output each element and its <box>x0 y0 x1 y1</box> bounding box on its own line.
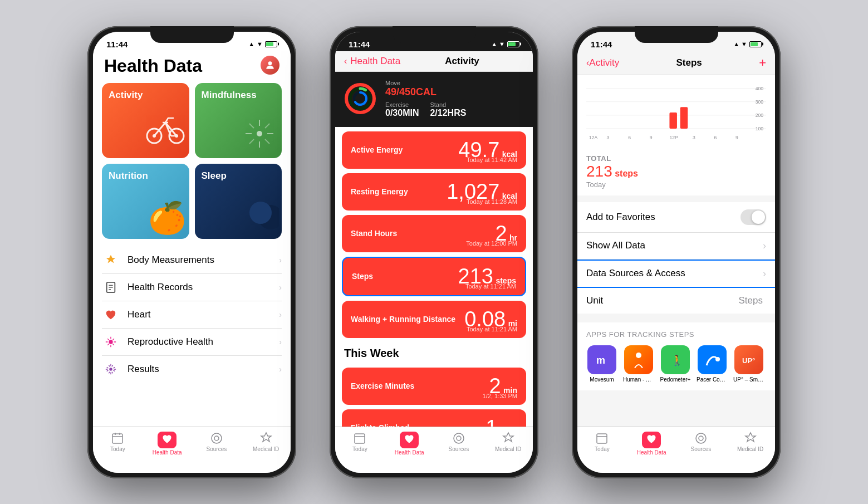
stand-label: Stand <box>430 101 466 108</box>
tab-sources-1[interactable]: Sources <box>192 432 242 452</box>
phone-steps: 11:44 ▲ ▼ ‹ Activity Steps + <box>572 26 781 478</box>
phone-activity: 11:44 ▲ ▼ ‹ Health Data Activity <box>330 26 538 478</box>
settings-show-all[interactable]: Show All Data › <box>577 233 775 260</box>
stat-flights[interactable]: Flights Climbed 1 floor 1/4, 5:52 PM <box>342 409 526 427</box>
results-icon <box>102 363 120 375</box>
tile-activity[interactable]: Activity <box>102 83 189 158</box>
steps-nav: ‹ Activity Steps + <box>577 51 775 75</box>
tab-sources-label-2: Sources <box>449 446 469 452</box>
svg-point-6 <box>257 131 262 136</box>
menu-list: Body Measurements › Health Rec <box>93 247 291 383</box>
stat-active-energy[interactable]: Active Energy 49.7 kcal Today at 11:42 A… <box>342 131 526 169</box>
stat-exercise-minutes[interactable]: Exercise Minutes 2 min 1/2, 1:33 PM <box>342 368 526 405</box>
svg-text:6: 6 <box>714 135 717 140</box>
tile-nutrition[interactable]: Nutrition 🍊 <box>102 164 189 239</box>
total-value-row: 213 steps <box>586 163 766 180</box>
battery-2 <box>507 41 519 47</box>
tab-health-data-1[interactable]: Health Data <box>143 432 192 456</box>
move-label: Move <box>385 80 524 86</box>
pacer-label: Pacer Coach for... <box>697 376 728 383</box>
tab-health-data-2[interactable]: Health Data <box>385 432 434 456</box>
pedometer-icon: 🚶 <box>661 345 690 374</box>
settings-favorites[interactable]: Add to Favorites <box>577 202 775 233</box>
stat-stand-hours[interactable]: Stand Hours 2 hr Today at 12:00 PM <box>342 215 526 252</box>
tab-sources-2[interactable]: Sources <box>434 432 484 452</box>
ring-container <box>344 82 376 115</box>
total-label: TOTAL <box>586 154 766 163</box>
tab-medical-2[interactable]: Medical ID <box>483 432 533 452</box>
tab-today-2[interactable]: Today <box>335 432 385 452</box>
menu-results-chevron: › <box>279 365 282 374</box>
app-pacer[interactable]: Pacer Coach for... <box>697 345 728 383</box>
status-icons-3: ▲ ▼ <box>733 41 762 47</box>
exercise-value: 0/30MIN <box>385 108 419 118</box>
svg-text:400: 400 <box>756 85 764 91</box>
signal-icon-1: ▲ <box>248 41 254 47</box>
menu-item-heart[interactable]: Heart › <box>102 301 282 329</box>
steps-scroll[interactable]: Add to Favorites Show All Data › Data So… <box>577 195 775 427</box>
svg-point-27 <box>212 433 222 443</box>
settings-data-sources[interactable]: Data Sources & Access › <box>577 260 775 288</box>
stat-resting-energy[interactable]: Resting Energy 1,027 kcal Today at 11:28… <box>342 173 526 211</box>
tab-medical-3[interactable]: Medical ID <box>725 432 775 452</box>
apps-label: Apps for Tracking Steps <box>586 330 766 339</box>
settings-unit[interactable]: Unit Steps <box>577 288 775 314</box>
time-1: 11:44 <box>106 40 127 49</box>
data-sources-label: Data Sources & Access <box>586 268 763 279</box>
menu-results-label: Results <box>127 364 279 375</box>
movesum-icon: m <box>587 345 616 374</box>
tile-mindfulness[interactable]: Mindfulness <box>195 83 282 158</box>
tab-sources-3[interactable]: Sources <box>676 432 726 452</box>
phone1-content: Health Data Activity <box>93 51 291 427</box>
reproductive-health-icon <box>102 336 120 348</box>
svg-line-11 <box>249 124 254 128</box>
notch-1 <box>150 26 234 43</box>
tab-health-label-1: Health Data <box>153 449 182 456</box>
tab-today-label-1: Today <box>110 446 125 452</box>
app-pedometer[interactable]: 🚶 Pedometer+ <box>660 345 691 383</box>
profile-avatar[interactable] <box>261 56 279 75</box>
app-human[interactable]: Human - Activity Tra... <box>623 345 654 383</box>
back-label-2[interactable]: Health Data <box>350 56 400 67</box>
fruit-icon: 🍊 <box>148 200 187 236</box>
add-button-3[interactable]: + <box>759 56 766 70</box>
svg-text:12A: 12A <box>589 135 598 140</box>
health-records-icon <box>102 281 120 293</box>
svg-line-14 <box>249 139 254 144</box>
svg-line-13 <box>265 124 269 128</box>
flights-value-group: 1 floor <box>486 416 517 427</box>
svg-text:12P: 12P <box>669 135 678 140</box>
health-data-title: Health Data <box>104 56 202 76</box>
app-icons-row: m Movesum Human - Activity Tra... <box>586 345 766 383</box>
app-up-smart[interactable]: UP° UP° – Smart Coach f... <box>733 345 764 383</box>
tab-health-data-3[interactable]: Health Data <box>627 432 676 456</box>
svg-text:100: 100 <box>756 125 764 131</box>
walking-label: Walking + Running Distance <box>351 315 464 324</box>
pedometer-label: Pedometer+ <box>660 376 691 383</box>
favorites-toggle[interactable] <box>741 209 766 225</box>
svg-point-21 <box>109 340 112 344</box>
up-smart-label: UP° – Smart Coach f... <box>733 376 764 383</box>
tab-today-3[interactable]: Today <box>577 432 627 452</box>
chart-total: TOTAL 213 steps Today <box>577 152 775 195</box>
app-movesum[interactable]: m Movesum <box>586 345 617 383</box>
menu-item-records[interactable]: Health Records › <box>102 274 282 301</box>
movesum-label: Movesum <box>586 376 617 383</box>
menu-item-results[interactable]: Results › <box>102 356 282 383</box>
stat-steps[interactable]: Steps 213 steps Today at 11:21 AM <box>342 257 526 296</box>
phone3-inner: 11:44 ▲ ▼ ‹ Activity Steps + <box>577 32 775 473</box>
stat-walking-running[interactable]: Walking + Running Distance 0.08 mi Today… <box>342 301 526 338</box>
activity-scroll[interactable]: Active Energy 49.7 kcal Today at 11:42 A… <box>335 127 533 427</box>
back-label-3[interactable]: Activity <box>589 57 619 68</box>
tab-today-1[interactable]: Today <box>93 432 143 452</box>
stand-hours-label: Stand Hours <box>351 229 495 238</box>
menu-item-body[interactable]: Body Measurements › <box>102 247 282 274</box>
notch-3 <box>635 26 718 43</box>
data-sources-chevron: › <box>763 268 766 280</box>
resting-energy-label: Resting Energy <box>351 187 447 196</box>
svg-text:3: 3 <box>607 135 610 140</box>
svg-text:UP°: UP° <box>742 356 755 365</box>
tile-sleep[interactable]: Sleep <box>195 164 282 239</box>
menu-item-reproductive[interactable]: Reproductive Health › <box>102 329 282 356</box>
tab-medical-1[interactable]: Medical ID <box>241 432 291 452</box>
